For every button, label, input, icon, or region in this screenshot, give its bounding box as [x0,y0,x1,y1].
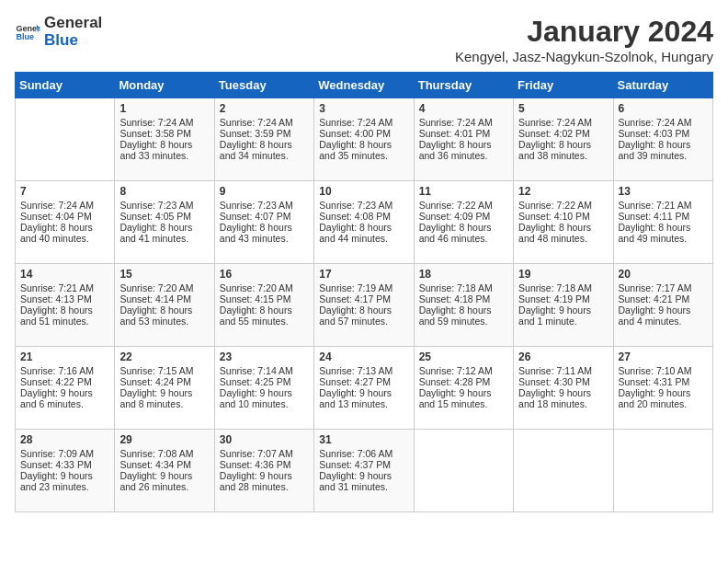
sunrise-text: Sunrise: 7:22 AM [419,200,493,211]
calendar-cell: 31 Sunrise: 7:06 AM Sunset: 4:37 PM Dayl… [314,430,414,512]
calendar-cell: 16 Sunrise: 7:20 AM Sunset: 4:15 PM Dayl… [214,264,313,347]
day-number: 8 [119,185,209,198]
calendar-cell: 19 Sunrise: 7:18 AM Sunset: 4:19 PM Dayl… [514,264,613,347]
day-header-friday: Friday [514,73,613,98]
sunset-text: Sunset: 4:36 PM [220,459,291,470]
day-number: 3 [319,102,408,115]
sunrise-text: Sunrise: 7:06 AM [319,448,392,459]
day-number: 2 [220,102,309,115]
sunrise-text: Sunrise: 7:24 AM [119,117,193,128]
sunrise-text: Sunrise: 7:23 AM [119,200,193,211]
sunset-text: Sunset: 4:33 PM [20,459,92,470]
calendar-cell [514,430,613,512]
sunrise-text: Sunrise: 7:13 AM [319,365,392,376]
calendar-cell: 24 Sunrise: 7:13 AM Sunset: 4:27 PM Dayl… [314,347,414,430]
sunset-text: Sunset: 4:09 PM [419,211,491,222]
day-number: 24 [319,350,408,363]
sunrise-text: Sunrise: 7:21 AM [20,282,94,293]
day-number: 30 [220,433,309,446]
week-row-4: 28 Sunrise: 7:09 AM Sunset: 4:33 PM Dayl… [16,430,713,512]
sunset-text: Sunset: 4:04 PM [20,211,92,222]
daylight-text: Daylight: 9 hours and 15 minutes. [419,387,492,409]
daylight-text: Daylight: 9 hours and 8 minutes. [119,387,192,409]
day-number: 18 [419,268,508,281]
sunset-text: Sunset: 4:17 PM [319,293,391,304]
logo-text-blue: Blue [44,32,102,50]
sunset-text: Sunset: 4:22 PM [20,376,92,387]
daylight-text: Daylight: 8 hours and 44 minutes. [319,222,392,244]
sunrise-text: Sunrise: 7:15 AM [119,365,193,376]
sunrise-text: Sunrise: 7:08 AM [119,448,193,459]
daylight-text: Daylight: 9 hours and 28 minutes. [220,470,292,492]
title-block: January 2024 Kengyel, Jasz-Nagykun-Szoln… [455,15,713,64]
daylight-text: Daylight: 8 hours and 49 minutes. [619,222,691,244]
day-header-monday: Monday [115,73,214,98]
day-number: 25 [419,350,508,363]
sunset-text: Sunset: 4:02 PM [518,128,590,139]
week-row-2: 14 Sunrise: 7:21 AM Sunset: 4:13 PM Dayl… [16,264,713,347]
logo: General Blue General Blue [15,15,102,49]
sunset-text: Sunset: 4:30 PM [518,376,590,387]
calendar-cell: 10 Sunrise: 7:23 AM Sunset: 4:08 PM Dayl… [314,181,414,264]
calendar-cell: 3 Sunrise: 7:24 AM Sunset: 4:00 PM Dayli… [314,98,414,181]
sunrise-text: Sunrise: 7:14 AM [220,365,293,376]
sunrise-text: Sunrise: 7:20 AM [119,282,193,293]
sunset-text: Sunset: 4:05 PM [119,211,191,222]
sunset-text: Sunset: 4:03 PM [619,128,690,139]
day-number: 29 [119,433,209,446]
daylight-text: Daylight: 8 hours and 53 minutes. [119,304,192,327]
sunset-text: Sunset: 4:07 PM [220,211,291,222]
daylight-text: Daylight: 9 hours and 4 minutes. [619,304,691,327]
week-row-1: 7 Sunrise: 7:24 AM Sunset: 4:04 PM Dayli… [16,181,713,264]
daylight-text: Daylight: 8 hours and 38 minutes. [518,139,591,161]
sunset-text: Sunset: 4:25 PM [220,376,291,387]
calendar-cell: 28 Sunrise: 7:09 AM Sunset: 4:33 PM Dayl… [16,430,115,512]
day-number: 12 [518,185,608,198]
daylight-text: Daylight: 8 hours and 33 minutes. [119,139,192,161]
day-header-thursday: Thursday [414,73,513,98]
sunset-text: Sunset: 4:21 PM [619,293,690,304]
daylight-text: Daylight: 8 hours and 55 minutes. [220,304,292,327]
sunrise-text: Sunrise: 7:09 AM [20,448,94,459]
daylight-text: Daylight: 8 hours and 41 minutes. [119,222,192,244]
calendar-cell: 4 Sunrise: 7:24 AM Sunset: 4:01 PM Dayli… [414,98,513,181]
calendar-table: SundayMondayTuesdayWednesdayThursdayFrid… [15,72,713,512]
page-header: General Blue General Blue January 2024 K… [15,15,713,64]
day-header-tuesday: Tuesday [214,73,313,98]
calendar-cell: 17 Sunrise: 7:19 AM Sunset: 4:17 PM Dayl… [314,264,414,347]
calendar-cell: 26 Sunrise: 7:11 AM Sunset: 4:30 PM Dayl… [514,347,613,430]
sunset-text: Sunset: 4:19 PM [518,293,590,304]
day-number: 6 [619,102,708,115]
daylight-text: Daylight: 9 hours and 10 minutes. [220,387,292,409]
sunset-text: Sunset: 4:31 PM [619,376,690,387]
sunset-text: Sunset: 4:37 PM [319,459,391,470]
day-number: 10 [319,185,408,198]
sunrise-text: Sunrise: 7:20 AM [220,282,293,293]
sunset-text: Sunset: 4:00 PM [319,128,391,139]
daylight-text: Daylight: 9 hours and 23 minutes. [20,470,93,492]
sunrise-text: Sunrise: 7:21 AM [619,200,692,211]
day-number: 9 [220,185,309,198]
sunset-text: Sunset: 4:10 PM [518,211,590,222]
sunrise-text: Sunrise: 7:24 AM [220,117,293,128]
svg-text:Blue: Blue [16,32,34,41]
location: Kengyel, Jasz-Nagykun-Szolnok, Hungary [455,49,713,64]
sunrise-text: Sunrise: 7:07 AM [220,448,293,459]
daylight-text: Daylight: 8 hours and 46 minutes. [419,222,492,244]
sunrise-text: Sunrise: 7:24 AM [319,117,392,128]
day-number: 14 [20,268,109,281]
day-number: 16 [220,268,309,281]
calendar-cell: 20 Sunrise: 7:17 AM Sunset: 4:21 PM Dayl… [613,264,712,347]
day-number: 13 [619,185,708,198]
calendar-cell: 9 Sunrise: 7:23 AM Sunset: 4:07 PM Dayli… [214,181,313,264]
daylight-text: Daylight: 9 hours and 13 minutes. [319,387,392,409]
calendar-cell: 2 Sunrise: 7:24 AM Sunset: 3:59 PM Dayli… [214,98,313,181]
calendar-cell [613,430,712,512]
daylight-text: Daylight: 8 hours and 57 minutes. [319,304,392,327]
calendar-cell: 22 Sunrise: 7:15 AM Sunset: 4:24 PM Dayl… [115,347,214,430]
calendar-body: 1 Sunrise: 7:24 AM Sunset: 3:58 PM Dayli… [16,98,713,512]
sunrise-text: Sunrise: 7:19 AM [319,282,392,293]
calendar-cell: 13 Sunrise: 7:21 AM Sunset: 4:11 PM Dayl… [613,181,712,264]
day-number: 17 [319,268,408,281]
daylight-text: Daylight: 8 hours and 59 minutes. [419,304,492,327]
